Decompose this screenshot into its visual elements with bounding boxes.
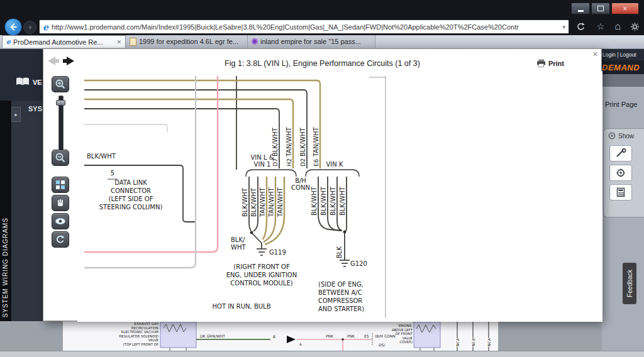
engine-location-label: ENGINE, ABOVE LEFT OF FRONT VALVE COVER)	[392, 324, 413, 344]
svg-text:WHT: WHT	[231, 244, 246, 251]
svg-text:DATA LINK: DATA LINK	[114, 179, 147, 186]
svg-text:TAN/WHT: TAN/WHT	[286, 127, 292, 157]
svg-text:CONN: CONN	[291, 184, 310, 191]
minimize-button[interactable]	[571, 3, 590, 14]
brand-logo: DEMAND	[602, 63, 640, 72]
svg-text:AND STARTER): AND STARTER)	[318, 305, 364, 312]
svg-text:(TOP LEFT FRONT OF: (TOP LEFT FRONT OF	[123, 343, 159, 346]
svg-text:ABOVE LEFT: ABOVE LEFT	[392, 328, 413, 332]
background-diagram-strip: EXHAUST GAS RECIRCULATION ELECTRONIC VAC…	[0, 321, 644, 357]
diagram-viewport[interactable]: BLK/WHT 5 DATA LINK CONNECTOR (LEFT SIDE…	[77, 71, 602, 322]
feedback-tab[interactable]: Feedback	[623, 263, 636, 304]
tab-inland-empire[interactable]: inland empire for sale "15 pass...	[248, 35, 375, 48]
egr-label: EXHAUST GAS RECIRCULATION ELECTRONIC VAC…	[119, 322, 158, 346]
show-toggle-icon	[608, 132, 616, 140]
tab-prodemand[interactable]: e ProDemand Automotive Re... ✕	[2, 35, 126, 48]
close-window-button[interactable]: ✕	[611, 3, 639, 14]
svg-text:COVER): COVER)	[399, 340, 413, 344]
reset-button[interactable]	[52, 231, 69, 248]
show-toggle[interactable]: Show	[604, 129, 644, 142]
svg-text:BLK/WHT: BLK/WHT	[87, 153, 116, 160]
horizontal-scrollbar[interactable]	[0, 351, 644, 357]
calculator-shortcut[interactable]	[609, 184, 632, 200]
svg-text:NCA: NCA	[455, 338, 460, 346]
url-field[interactable]: e http://www1.prodemand.com/Main/Index#1…	[39, 19, 569, 34]
svg-text:TAN/WHT: TAN/WHT	[277, 187, 284, 217]
left-vertical-tab[interactable]: SYSTEM WIRING DIAGRAMS	[0, 101, 11, 321]
zoom-slider-thumb[interactable]	[56, 100, 65, 106]
tools-shortcut[interactable]	[609, 145, 632, 162]
svg-text:BLK/WHT: BLK/WHT	[320, 186, 327, 216]
wheel-shortcut[interactable]	[609, 165, 632, 181]
login-logout-link[interactable]: Login | Logout	[602, 52, 644, 58]
maximize-button[interactable]	[591, 3, 610, 14]
wire-color-label: DK GRN/WHT	[200, 334, 225, 338]
diagram-labels: BLK/WHT 5 DATA LINK CONNECTOR (LEFT SIDE…	[87, 127, 367, 312]
page-icon	[130, 38, 136, 46]
zoom-slider[interactable]	[58, 96, 64, 150]
svg-text:HOT IN RUN, BULB: HOT IN RUN, BULB	[212, 303, 270, 310]
home-icon: ⌂	[614, 21, 621, 32]
diagram-viewer-modal: ✕ Fig 1: 3.8L (VIN L), Engine Performanc…	[43, 48, 602, 321]
modal-close-button[interactable]: ✕	[592, 50, 598, 58]
maximize-icon	[597, 6, 604, 11]
favorites-button[interactable]: ☆	[594, 19, 608, 33]
fit-to-screen-button[interactable]	[52, 177, 69, 193]
print-button[interactable]: Print	[536, 59, 564, 67]
refresh-icon	[576, 22, 586, 31]
svg-text:BLK/WHT: BLK/WHT	[272, 127, 279, 157]
window-controls: ✕	[571, 3, 639, 14]
minimize-icon	[578, 10, 584, 12]
print-page-link[interactable]: Print Page	[605, 101, 637, 108]
svg-text:BLK/WHT: BLK/WHT	[242, 187, 248, 217]
pan-button[interactable]	[52, 195, 69, 211]
settings-button[interactable]	[628, 19, 641, 33]
svg-text:(LEFT SIDE OF: (LEFT SIDE OF	[109, 195, 153, 202]
forward-button[interactable]	[23, 21, 36, 34]
zoom-out-icon	[55, 152, 66, 163]
svg-text:EXHAUST GAS: EXHAUST GAS	[134, 322, 158, 326]
home-button[interactable]: ⌂	[611, 19, 625, 33]
back-arrow-icon	[8, 22, 18, 32]
svg-text:ENGINE,: ENGINE,	[399, 324, 413, 327]
svg-text:VIN 1: VIN 1	[254, 161, 271, 168]
refresh-button[interactable]	[574, 19, 587, 33]
svg-text:BLK/WHT: BLK/WHT	[311, 186, 318, 216]
calculator-icon	[616, 187, 625, 197]
close-tab-icon[interactable]: ✕	[116, 39, 121, 45]
svg-text:TAN/WHT: TAN/WHT	[313, 127, 319, 157]
svg-text:BLK/WHT: BLK/WHT	[250, 187, 257, 217]
svg-text:ENG, UNDER IGNITION: ENG, UNDER IGNITION	[226, 272, 297, 278]
svg-text:REGULATOR SOLENOID: REGULATOR SOLENOID	[119, 334, 158, 338]
svg-text:(SIDE OF ENG,: (SIDE OF ENG,	[318, 281, 364, 288]
prev-figure-icon[interactable]	[48, 57, 59, 65]
view-button[interactable]	[52, 213, 69, 229]
figure-nav-arrows	[46, 55, 76, 67]
show-label: Show	[618, 133, 634, 140]
tab-expedition[interactable]: 1999 for expedition 4.6L egr fe...	[126, 35, 248, 48]
book-icon	[15, 77, 30, 87]
tools-icon	[614, 148, 627, 158]
zoom-out-button[interactable]	[52, 150, 69, 166]
component-box-1	[160, 322, 196, 351]
svg-text:5: 5	[111, 170, 114, 177]
collapse-panel-button[interactable]: ▸	[11, 107, 21, 122]
url-dropdown-icon[interactable]: ▾	[562, 24, 565, 30]
svg-text:D2: D2	[299, 158, 306, 167]
back-button[interactable]	[4, 18, 22, 36]
ie-tab-icon: e	[6, 38, 11, 47]
zoom-in-button[interactable]	[52, 76, 69, 92]
print-label: Print	[548, 60, 564, 67]
svg-text:CONNECTOR: CONNECTOR	[111, 187, 151, 194]
light-gray-wire	[84, 124, 167, 132]
svg-text:STEERING COLUMN): STEERING COLUMN)	[99, 204, 163, 211]
next-figure-icon[interactable]	[63, 57, 74, 65]
nav-partial-label: VE	[33, 79, 42, 86]
svg-text:COMPRESSOR: COMPRESSOR	[318, 297, 362, 304]
toolbar-band	[602, 74, 644, 87]
svg-text:RECIRCULATION: RECIRCULATION	[131, 326, 158, 330]
ie-favicon: e	[43, 23, 48, 31]
hand-icon	[55, 198, 65, 208]
svg-text:BLK/WHT: BLK/WHT	[339, 186, 346, 216]
svg-text:BLK/WHT: BLK/WHT	[299, 127, 306, 157]
